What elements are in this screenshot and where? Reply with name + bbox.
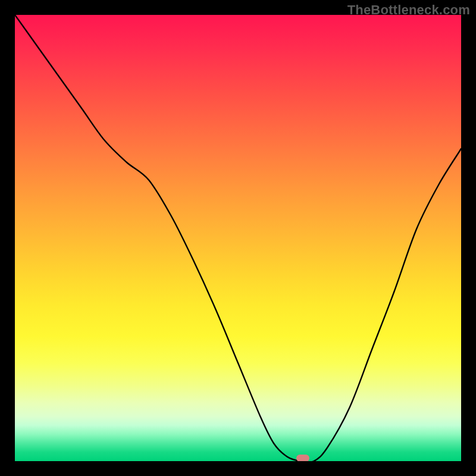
plot-area xyxy=(15,15,461,461)
bottleneck-curve xyxy=(15,15,461,461)
chart-stage: TheBottleneck.com xyxy=(0,0,476,476)
watermark-text: TheBottleneck.com xyxy=(347,2,470,18)
optimal-point-marker xyxy=(296,455,309,461)
